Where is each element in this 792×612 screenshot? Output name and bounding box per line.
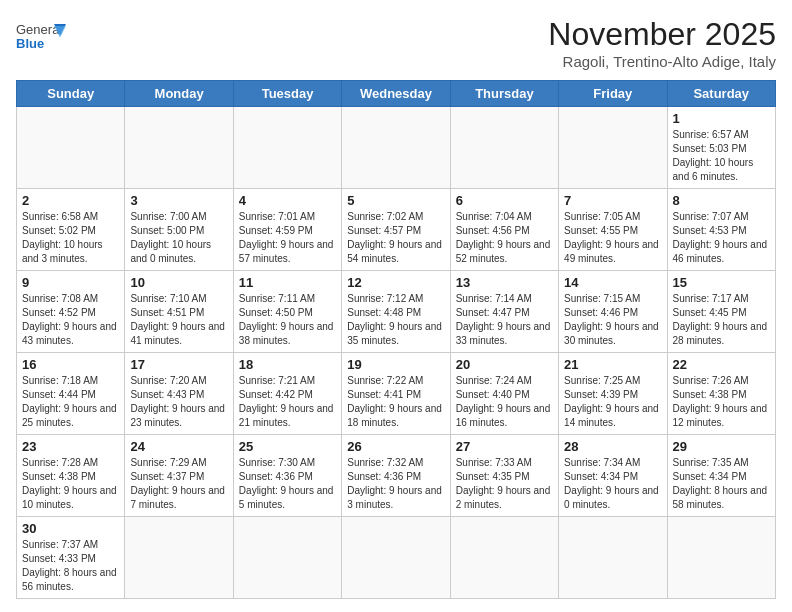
day-number: 13 (456, 275, 553, 290)
calendar-cell: 1Sunrise: 6:57 AM Sunset: 5:03 PM Daylig… (667, 107, 775, 189)
calendar-week-5: 23Sunrise: 7:28 AM Sunset: 4:38 PM Dayli… (17, 435, 776, 517)
calendar-cell: 2Sunrise: 6:58 AM Sunset: 5:02 PM Daylig… (17, 189, 125, 271)
day-number: 5 (347, 193, 444, 208)
calendar-cell: 25Sunrise: 7:30 AM Sunset: 4:36 PM Dayli… (233, 435, 341, 517)
calendar-week-4: 16Sunrise: 7:18 AM Sunset: 4:44 PM Dayli… (17, 353, 776, 435)
day-number: 20 (456, 357, 553, 372)
day-info: Sunrise: 7:00 AM Sunset: 5:00 PM Dayligh… (130, 210, 227, 266)
day-info: Sunrise: 7:32 AM Sunset: 4:36 PM Dayligh… (347, 456, 444, 512)
calendar-cell: 29Sunrise: 7:35 AM Sunset: 4:34 PM Dayli… (667, 435, 775, 517)
calendar-cell (450, 107, 558, 189)
day-number: 2 (22, 193, 119, 208)
calendar-header: SundayMondayTuesdayWednesdayThursdayFrid… (17, 81, 776, 107)
day-info: Sunrise: 7:35 AM Sunset: 4:34 PM Dayligh… (673, 456, 770, 512)
day-number: 8 (673, 193, 770, 208)
day-number: 15 (673, 275, 770, 290)
day-number: 6 (456, 193, 553, 208)
calendar-body: 1Sunrise: 6:57 AM Sunset: 5:03 PM Daylig… (17, 107, 776, 599)
day-info: Sunrise: 7:30 AM Sunset: 4:36 PM Dayligh… (239, 456, 336, 512)
calendar-cell: 12Sunrise: 7:12 AM Sunset: 4:48 PM Dayli… (342, 271, 450, 353)
day-number: 16 (22, 357, 119, 372)
location-subtitle: Ragoli, Trentino-Alto Adige, Italy (548, 53, 776, 70)
day-number: 9 (22, 275, 119, 290)
day-number: 12 (347, 275, 444, 290)
weekday-header-saturday: Saturday (667, 81, 775, 107)
calendar-cell: 8Sunrise: 7:07 AM Sunset: 4:53 PM Daylig… (667, 189, 775, 271)
day-number: 14 (564, 275, 661, 290)
calendar-cell (233, 107, 341, 189)
day-info: Sunrise: 7:25 AM Sunset: 4:39 PM Dayligh… (564, 374, 661, 430)
calendar-cell: 14Sunrise: 7:15 AM Sunset: 4:46 PM Dayli… (559, 271, 667, 353)
calendar-cell (125, 107, 233, 189)
day-info: Sunrise: 7:34 AM Sunset: 4:34 PM Dayligh… (564, 456, 661, 512)
day-number: 10 (130, 275, 227, 290)
day-number: 30 (22, 521, 119, 536)
calendar-cell: 17Sunrise: 7:20 AM Sunset: 4:43 PM Dayli… (125, 353, 233, 435)
calendar-table: SundayMondayTuesdayWednesdayThursdayFrid… (16, 80, 776, 599)
calendar-cell: 5Sunrise: 7:02 AM Sunset: 4:57 PM Daylig… (342, 189, 450, 271)
day-info: Sunrise: 7:22 AM Sunset: 4:41 PM Dayligh… (347, 374, 444, 430)
calendar-cell (233, 517, 341, 599)
calendar-cell (342, 517, 450, 599)
day-info: Sunrise: 7:21 AM Sunset: 4:42 PM Dayligh… (239, 374, 336, 430)
day-info: Sunrise: 7:33 AM Sunset: 4:35 PM Dayligh… (456, 456, 553, 512)
calendar-cell: 28Sunrise: 7:34 AM Sunset: 4:34 PM Dayli… (559, 435, 667, 517)
day-info: Sunrise: 7:01 AM Sunset: 4:59 PM Dayligh… (239, 210, 336, 266)
day-number: 19 (347, 357, 444, 372)
calendar-cell: 7Sunrise: 7:05 AM Sunset: 4:55 PM Daylig… (559, 189, 667, 271)
weekday-header-sunday: Sunday (17, 81, 125, 107)
calendar-cell (450, 517, 558, 599)
weekday-row: SundayMondayTuesdayWednesdayThursdayFrid… (17, 81, 776, 107)
day-number: 3 (130, 193, 227, 208)
day-info: Sunrise: 7:18 AM Sunset: 4:44 PM Dayligh… (22, 374, 119, 430)
calendar-cell: 6Sunrise: 7:04 AM Sunset: 4:56 PM Daylig… (450, 189, 558, 271)
logo-icon: General Blue (16, 16, 66, 60)
calendar-cell: 4Sunrise: 7:01 AM Sunset: 4:59 PM Daylig… (233, 189, 341, 271)
calendar-cell: 18Sunrise: 7:21 AM Sunset: 4:42 PM Dayli… (233, 353, 341, 435)
title-block: November 2025 Ragoli, Trentino-Alto Adig… (548, 16, 776, 70)
calendar-cell: 22Sunrise: 7:26 AM Sunset: 4:38 PM Dayli… (667, 353, 775, 435)
day-number: 17 (130, 357, 227, 372)
svg-text:Blue: Blue (16, 36, 44, 51)
calendar-cell: 20Sunrise: 7:24 AM Sunset: 4:40 PM Dayli… (450, 353, 558, 435)
weekday-header-friday: Friday (559, 81, 667, 107)
calendar-cell: 9Sunrise: 7:08 AM Sunset: 4:52 PM Daylig… (17, 271, 125, 353)
calendar-cell: 30Sunrise: 7:37 AM Sunset: 4:33 PM Dayli… (17, 517, 125, 599)
day-number: 1 (673, 111, 770, 126)
day-number: 22 (673, 357, 770, 372)
calendar-week-2: 2Sunrise: 6:58 AM Sunset: 5:02 PM Daylig… (17, 189, 776, 271)
calendar-cell: 10Sunrise: 7:10 AM Sunset: 4:51 PM Dayli… (125, 271, 233, 353)
calendar-cell: 27Sunrise: 7:33 AM Sunset: 4:35 PM Dayli… (450, 435, 558, 517)
day-info: Sunrise: 7:24 AM Sunset: 4:40 PM Dayligh… (456, 374, 553, 430)
weekday-header-thursday: Thursday (450, 81, 558, 107)
page-header: General Blue November 2025 Ragoli, Trent… (16, 16, 776, 70)
day-info: Sunrise: 7:20 AM Sunset: 4:43 PM Dayligh… (130, 374, 227, 430)
logo: General Blue (16, 16, 66, 60)
day-number: 23 (22, 439, 119, 454)
calendar-cell: 21Sunrise: 7:25 AM Sunset: 4:39 PM Dayli… (559, 353, 667, 435)
day-info: Sunrise: 7:04 AM Sunset: 4:56 PM Dayligh… (456, 210, 553, 266)
calendar-cell: 3Sunrise: 7:00 AM Sunset: 5:00 PM Daylig… (125, 189, 233, 271)
day-info: Sunrise: 7:08 AM Sunset: 4:52 PM Dayligh… (22, 292, 119, 348)
day-info: Sunrise: 6:57 AM Sunset: 5:03 PM Dayligh… (673, 128, 770, 184)
calendar-cell (559, 517, 667, 599)
day-info: Sunrise: 7:17 AM Sunset: 4:45 PM Dayligh… (673, 292, 770, 348)
day-number: 18 (239, 357, 336, 372)
day-info: Sunrise: 7:05 AM Sunset: 4:55 PM Dayligh… (564, 210, 661, 266)
month-year-title: November 2025 (548, 16, 776, 53)
weekday-header-wednesday: Wednesday (342, 81, 450, 107)
day-info: Sunrise: 7:37 AM Sunset: 4:33 PM Dayligh… (22, 538, 119, 594)
calendar-cell: 23Sunrise: 7:28 AM Sunset: 4:38 PM Dayli… (17, 435, 125, 517)
calendar-cell: 11Sunrise: 7:11 AM Sunset: 4:50 PM Dayli… (233, 271, 341, 353)
day-number: 28 (564, 439, 661, 454)
day-number: 21 (564, 357, 661, 372)
calendar-cell (667, 517, 775, 599)
day-number: 25 (239, 439, 336, 454)
calendar-cell (17, 107, 125, 189)
day-info: Sunrise: 7:10 AM Sunset: 4:51 PM Dayligh… (130, 292, 227, 348)
day-info: Sunrise: 7:02 AM Sunset: 4:57 PM Dayligh… (347, 210, 444, 266)
weekday-header-tuesday: Tuesday (233, 81, 341, 107)
calendar-cell (342, 107, 450, 189)
day-info: Sunrise: 7:28 AM Sunset: 4:38 PM Dayligh… (22, 456, 119, 512)
day-info: Sunrise: 7:12 AM Sunset: 4:48 PM Dayligh… (347, 292, 444, 348)
